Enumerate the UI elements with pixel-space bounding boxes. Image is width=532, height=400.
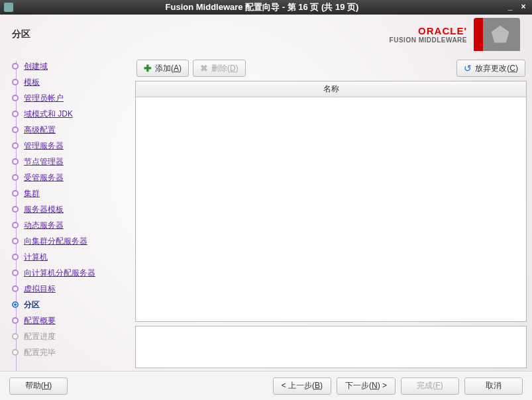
toolbar: ✚ 添加(A) ✖ 删除(D) ↺ 放弃更改(C) bbox=[135, 57, 527, 81]
nav-step-9[interactable]: 服务器模板 bbox=[12, 201, 133, 217]
nav-step-label: 受管服务器 bbox=[24, 172, 64, 183]
nav-step-5[interactable]: 管理服务器 bbox=[12, 138, 133, 154]
nav-step-label: 集群 bbox=[24, 188, 40, 199]
nav-bullet-icon bbox=[12, 301, 19, 308]
table-header: 名称 bbox=[136, 81, 526, 97]
footer: 帮助(H) < 上一步(B) 下一步(N) > 完成(F) 取消 bbox=[0, 371, 532, 400]
nav-bullet-icon bbox=[12, 95, 19, 101]
nav-step-11[interactable]: 向集群分配服务器 bbox=[12, 233, 133, 249]
close-button[interactable]: × bbox=[519, 3, 528, 12]
nav-step-7[interactable]: 受管服务器 bbox=[12, 170, 133, 185]
plus-icon: ✚ bbox=[144, 63, 152, 74]
nav-step-label: 计算机 bbox=[24, 252, 48, 263]
nav-step-label: 节点管理器 bbox=[24, 156, 64, 168]
nav-step-label: 高级配置 bbox=[24, 125, 56, 136]
nav-bullet-icon bbox=[12, 190, 19, 197]
nav-bullet-icon bbox=[12, 63, 19, 70]
nav-step-label: 动态服务器 bbox=[24, 220, 64, 231]
help-button[interactable]: 帮助(H) bbox=[9, 377, 68, 395]
discard-changes-button[interactable]: ↺ 放弃更改(C) bbox=[456, 60, 525, 77]
x-icon: ✖ bbox=[200, 63, 208, 74]
nav-step-12[interactable]: 计算机 bbox=[12, 249, 133, 265]
delete-button[interactable]: ✖ 删除(D) bbox=[193, 60, 246, 77]
undo-icon: ↺ bbox=[464, 63, 472, 74]
nav-step-label: 虚拟目标 bbox=[24, 283, 56, 295]
nav-bullet-icon bbox=[12, 270, 19, 276]
nav-step-1[interactable]: 模板 bbox=[12, 74, 133, 90]
content-area: 创建域模板管理员帐户域模式和 JDK高级配置管理服务器节点管理器受管服务器集群服… bbox=[0, 54, 532, 371]
nav-bullet-icon bbox=[12, 285, 19, 292]
partition-table: 名称 bbox=[135, 81, 527, 322]
nav-step-13[interactable]: 向计算机分配服务器 bbox=[12, 265, 133, 281]
nav-step-16[interactable]: 配置概要 bbox=[12, 313, 133, 328]
oracle-brand-text: ORACLE' FUSION MIDDLEWARE bbox=[390, 25, 467, 44]
nav-step-0[interactable]: 创建域 bbox=[12, 58, 133, 74]
nav-bullet-icon bbox=[12, 349, 19, 356]
oracle-logo-text: ORACLE' bbox=[390, 25, 467, 36]
client-area: 分区 ORACLE' FUSION MIDDLEWARE 创建域模板管理员帐户域… bbox=[0, 15, 532, 400]
nav-bullet-icon bbox=[12, 79, 19, 85]
page-title: 分区 bbox=[12, 28, 390, 40]
oracle-badge-icon bbox=[474, 18, 520, 51]
add-button[interactable]: ✚ 添加(A) bbox=[136, 60, 189, 77]
nav-step-label: 向集群分配服务器 bbox=[24, 236, 87, 247]
main-panel: ✚ 添加(A) ✖ 删除(D) ↺ 放弃更改(C) 名称 bbox=[133, 54, 532, 371]
minimize-button[interactable]: _ bbox=[505, 3, 515, 12]
nav-bullet-icon bbox=[12, 238, 19, 244]
finish-button[interactable]: 完成(F) bbox=[401, 377, 459, 395]
nav-step-10[interactable]: 动态服务器 bbox=[12, 217, 133, 233]
nav-step-18: 配置完毕 bbox=[12, 344, 133, 360]
wizard-nav: 创建域模板管理员帐户域模式和 JDK高级配置管理服务器节点管理器受管服务器集群服… bbox=[0, 54, 133, 371]
nav-bullet-icon bbox=[12, 333, 19, 340]
nav-step-label: 管理服务器 bbox=[24, 140, 64, 152]
nav-step-label: 服务器模板 bbox=[24, 204, 64, 215]
cancel-button[interactable]: 取消 bbox=[464, 377, 523, 395]
header: 分区 ORACLE' FUSION MIDDLEWARE bbox=[0, 15, 532, 54]
nav-bullet-icon bbox=[12, 206, 19, 213]
next-button[interactable]: 下一步(N) > bbox=[337, 377, 396, 395]
nav-bullet-icon bbox=[12, 142, 19, 149]
nav-step-15[interactable]: 分区 bbox=[12, 297, 133, 313]
nav-step-label: 配置概要 bbox=[24, 315, 56, 326]
back-button[interactable]: < 上一步(B) bbox=[273, 377, 331, 395]
nav-connector-line bbox=[16, 61, 17, 371]
nav-bullet-icon bbox=[12, 158, 19, 165]
column-name-header: 名称 bbox=[323, 83, 339, 95]
nav-bullet-icon bbox=[12, 222, 19, 228]
oracle-product-text: FUSION MIDDLEWARE bbox=[390, 36, 467, 44]
nav-step-8[interactable]: 集群 bbox=[12, 185, 133, 201]
nav-step-14[interactable]: 虚拟目标 bbox=[12, 281, 133, 297]
nav-step-label: 创建域 bbox=[24, 61, 48, 72]
oracle-brand: ORACLE' FUSION MIDDLEWARE bbox=[390, 18, 520, 51]
nav-bullet-icon bbox=[12, 111, 19, 117]
nav-bullet-icon bbox=[12, 254, 19, 260]
nav-step-3[interactable]: 域模式和 JDK bbox=[12, 106, 133, 122]
nav-step-label: 域模式和 JDK bbox=[24, 109, 73, 120]
svg-marker-0 bbox=[491, 25, 509, 43]
detail-panel bbox=[135, 326, 527, 368]
nav-bullet-icon bbox=[12, 317, 19, 324]
window-controls: _ × bbox=[505, 3, 528, 12]
wizard-window: Fusion Middleware 配置向导 - 第 16 页 (共 19 页)… bbox=[0, 0, 532, 400]
nav-step-label: 向计算机分配服务器 bbox=[24, 268, 95, 279]
titlebar: Fusion Middleware 配置向导 - 第 16 页 (共 19 页)… bbox=[0, 0, 532, 15]
nav-step-2[interactable]: 管理员帐户 bbox=[12, 90, 133, 106]
nav-step-label: 分区 bbox=[24, 299, 40, 311]
window-title: Fusion Middleware 配置向导 - 第 16 页 (共 19 页) bbox=[19, 1, 505, 13]
app-icon bbox=[4, 3, 13, 12]
nav-step-label: 模板 bbox=[24, 77, 40, 88]
nav-step-label: 配置完毕 bbox=[24, 347, 56, 358]
nav-step-4[interactable]: 高级配置 bbox=[12, 122, 133, 138]
nav-bullet-icon bbox=[12, 174, 19, 181]
nav-step-6[interactable]: 节点管理器 bbox=[12, 154, 133, 170]
nav-step-label: 配置进度 bbox=[24, 331, 56, 342]
nav-bullet-icon bbox=[12, 126, 19, 133]
table-body[interactable] bbox=[136, 97, 526, 321]
nav-step-17: 配置进度 bbox=[12, 328, 133, 344]
nav-step-label: 管理员帐户 bbox=[24, 93, 64, 104]
